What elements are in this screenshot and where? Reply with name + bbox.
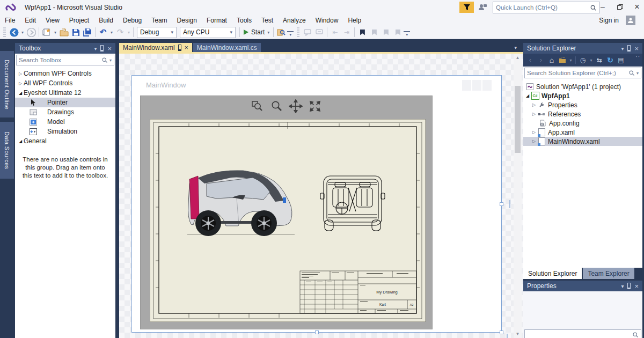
toolbox-group-general[interactable]: ◢ General [15, 136, 115, 146]
tree-item-mainwindow-xaml[interactable]: ▷ MainWindow.xaml [523, 137, 642, 146]
close-panel-icon[interactable]: × [634, 282, 639, 290]
user-avatar-icon[interactable] [626, 16, 635, 25]
se-collapse-dropdown[interactable]: ▾ [568, 55, 573, 65]
panel-tab-team-explorer[interactable]: Team Explorer [583, 268, 634, 279]
design-surface[interactable]: MainWindow [119, 54, 523, 338]
quick-launch-input[interactable]: Quick Launch (Ctrl+Q) [493, 2, 600, 13]
document-list-chevron[interactable]: ▾ [514, 45, 517, 50]
tree-item-project[interactable]: ◢ C# WpfApp1 [523, 91, 642, 100]
se-filter-dropdown[interactable]: ▾ [589, 55, 594, 65]
minimize-button[interactable]: – [595, 1, 611, 13]
increase-indent-button[interactable]: ⇥ [341, 26, 353, 38]
tree-item-properties[interactable]: ▷ Properties [523, 100, 642, 109]
menu-tools[interactable]: Tools [232, 15, 257, 26]
find-in-files-button[interactable] [275, 26, 287, 38]
sidebar-tab-document-outline[interactable]: Document Outline [0, 51, 14, 117]
editor-vertical-scrollbar[interactable]: ▲ ▼ [514, 54, 522, 338]
window-position-dropdown-icon[interactable]: ▾ [94, 46, 97, 52]
se-forward-button[interactable]: › [536, 55, 546, 65]
scroll-up-arrow[interactable]: ▲ [514, 54, 522, 62]
pan-icon[interactable] [288, 99, 303, 113]
menu-window[interactable]: Window [311, 15, 343, 26]
toggle-bookmark-button[interactable] [356, 26, 368, 38]
menu-help[interactable]: Help [343, 15, 366, 26]
designer-window[interactable]: MainWindow [131, 75, 502, 333]
undo-button[interactable]: ↶ [97, 26, 109, 38]
tab-mainwindow-xaml-cs[interactable]: MainWindow.xaml.cs [193, 43, 261, 52]
pin-tab-icon[interactable] [178, 45, 181, 51]
se-collapse-all-button[interactable] [558, 55, 567, 65]
pin-icon[interactable] [627, 283, 631, 289]
tree-item-app-xaml[interactable]: ▷ App.xaml [523, 128, 642, 137]
se-overflow-button[interactable]: ·· [635, 54, 640, 60]
sidebar-tab-data-sources[interactable]: Data Sources [0, 122, 14, 179]
navigate-forward-button[interactable] [25, 26, 37, 38]
solution-platform-select[interactable]: Any CPU▾ [180, 27, 236, 38]
new-project-dropdown[interactable]: ▾ [53, 26, 58, 38]
save-all-button[interactable] [82, 26, 93, 38]
next-bookmark-button[interactable] [380, 26, 392, 38]
toolbar-options-chevron-2[interactable]: ▾ [404, 31, 410, 36]
menu-design[interactable]: Design [172, 15, 202, 26]
feedback-icon[interactable] [478, 3, 487, 13]
decrease-indent-button[interactable]: ⇤ [329, 26, 341, 38]
toolbox-item-simulation[interactable]: Simulation [15, 127, 115, 136]
start-debugging-button[interactable]: Start ▾ [241, 28, 272, 36]
open-file-button[interactable] [58, 26, 70, 38]
close-panel-icon[interactable]: × [634, 45, 639, 53]
zoom-window-icon[interactable] [250, 99, 264, 113]
toolbar-grip-2[interactable] [297, 27, 299, 37]
resize-handle-bottom[interactable] [315, 330, 319, 334]
scrollbar-thumb[interactable] [515, 86, 521, 153]
notification-filter-icon[interactable] [459, 2, 474, 13]
toolbox-group-eyeshot[interactable]: ◢ Eyeshot Ultimate 12 [15, 88, 115, 98]
toolbox-item-drawings[interactable]: Drawings [15, 107, 115, 117]
menu-team[interactable]: Team [147, 15, 172, 26]
search-options-dropdown[interactable]: ▾ [109, 58, 112, 63]
redo-dropdown[interactable]: ▾ [126, 26, 131, 38]
tree-item-app-config[interactable]: App.config [523, 119, 642, 128]
toolbox-search-input[interactable]: Search Toolbox ▾ [16, 55, 114, 65]
navigate-back-button[interactable] [8, 26, 20, 38]
se-properties-pages-button[interactable]: ▤ [616, 55, 626, 65]
se-search-input[interactable]: Search Solution Explorer (Ctrl+;) ▾ [524, 68, 641, 78]
se-refresh-button[interactable]: ↻ [605, 55, 615, 65]
menu-analyze[interactable]: Analyze [278, 15, 311, 26]
toolbox-item-model[interactable]: Model [15, 117, 115, 127]
tree-item-references[interactable]: ▷ References [523, 109, 642, 119]
toolbox-group-all-wpf[interactable]: ▷ All WPF Controls [15, 78, 115, 88]
menu-project[interactable]: Project [64, 15, 94, 26]
zoom-fit-icon[interactable] [308, 99, 322, 113]
toolbar-grip[interactable] [3, 27, 6, 37]
redo-button[interactable]: ↷ [114, 26, 126, 38]
toolbox-item-pointer[interactable]: Pointer [15, 98, 115, 107]
clear-bookmarks-button[interactable] [392, 26, 404, 38]
previous-bookmark-button[interactable] [368, 26, 380, 38]
menu-file[interactable]: File [0, 15, 20, 26]
tree-item-solution[interactable]: Solution 'WpfApp1' (1 project) [523, 82, 642, 91]
se-sync-button[interactable]: ⇆ [595, 55, 604, 65]
solution-configuration-select[interactable]: Debug▾ [137, 27, 177, 38]
restore-button[interactable] [612, 1, 628, 13]
panel-tab-solution-explorer[interactable]: Solution Explorer [523, 268, 582, 279]
pin-icon[interactable] [100, 45, 104, 52]
zoom-icon[interactable] [269, 99, 283, 113]
toolbox-group-common-wpf[interactable]: ▷ Common WPF Controls [15, 69, 115, 78]
menu-format[interactable]: Format [202, 15, 232, 26]
menu-debug[interactable]: Debug [118, 15, 147, 26]
menu-test[interactable]: Test [257, 15, 278, 26]
scroll-down-arrow[interactable]: ▼ [514, 330, 522, 338]
se-pending-changes-filter[interactable]: ◷ [578, 55, 588, 65]
window-position-dropdown-icon[interactable]: ▾ [621, 283, 624, 289]
undo-dropdown[interactable]: ▾ [109, 26, 114, 38]
eyeshot-viewport[interactable]: My Drawing Kart A2 [140, 95, 433, 329]
resize-handle-right[interactable] [500, 202, 503, 206]
se-home-button[interactable]: ⌂ [547, 55, 557, 65]
close-panel-icon[interactable]: × [107, 45, 112, 53]
new-project-button[interactable] [41, 26, 53, 38]
save-button[interactable] [70, 26, 82, 38]
close-tab-icon[interactable]: × [185, 44, 188, 52]
sign-in-link[interactable]: Sign in [594, 15, 624, 26]
menu-view[interactable]: View [41, 15, 64, 26]
menu-edit[interactable]: Edit [20, 15, 41, 26]
